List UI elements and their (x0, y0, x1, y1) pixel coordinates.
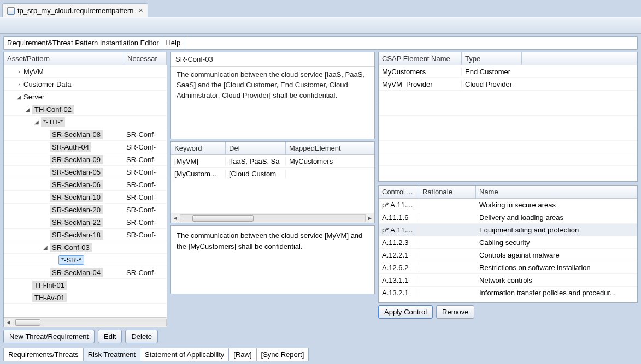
control-cell: A.12.2.1 (379, 251, 419, 259)
ctl-h3[interactable]: Name (476, 186, 637, 198)
control-cell: Working in secure areas (476, 201, 637, 209)
control-row[interactable]: A.12.6.2Restrictions on software install… (379, 261, 637, 274)
tree-row[interactable]: ◢Server (4, 91, 167, 103)
bottom-tab[interactable]: Requirements/Threats (3, 348, 84, 361)
csap-row[interactable]: MyVM_ProviderCloud Provider (379, 78, 637, 91)
control-row[interactable]: A.11.2.3Cabling security (379, 236, 637, 249)
csap-h1[interactable]: CSAP Element Name (379, 52, 462, 65)
csap-cell: End Customer (462, 68, 637, 76)
tree-row[interactable]: ◢*-TH-* (4, 116, 167, 128)
bottom-tab[interactable]: Risk Treatment (83, 348, 140, 361)
tree-row[interactable]: SR-SecMan-04SR-Conf- (4, 266, 167, 279)
control-row[interactable]: A.13.1.1Network controls (379, 274, 637, 287)
tree-row[interactable]: ◢SR-Conf-03 (4, 241, 167, 254)
csap-row[interactable]: MyCustomersEnd Customer (379, 65, 637, 78)
scroll-left-icon[interactable]: ◄ (171, 215, 180, 221)
twist-icon[interactable]: ◢ (16, 94, 22, 100)
tree-row[interactable]: SR-SecMan-08SR-Conf- (4, 128, 167, 141)
kw-h2[interactable]: Def (226, 142, 286, 154)
editor-tab[interactable]: tp_srp_my_cloud.requirementpattern ✕ (2, 3, 148, 17)
tree-col2: SR-Conf- (124, 218, 167, 226)
tree-hscroll[interactable]: ◄ (4, 317, 167, 327)
tree-row[interactable]: TH-Av-01 (4, 291, 167, 304)
bottom-tab[interactable]: [Raw] (228, 348, 256, 361)
middle-column: SR-Conf-03 The communication between the… (170, 52, 375, 343)
document-icon (7, 7, 15, 15)
new-threat-button[interactable]: New Threat/Requirement (3, 330, 95, 343)
kw-h3[interactable]: MappedElement (286, 142, 374, 154)
tree-col2: SR-Conf- (124, 193, 167, 201)
tree-col2: SR-Conf- (124, 156, 167, 164)
tree-row[interactable]: ›MyVM (4, 65, 167, 78)
tree-node-label: SR-SecMan-06 (50, 180, 103, 189)
scroll-track[interactable] (180, 214, 366, 222)
toolbar-strip (0, 17, 641, 34)
close-icon[interactable]: ✕ (138, 7, 143, 14)
csap-h2[interactable]: Type (462, 52, 522, 65)
scroll-thumb[interactable] (192, 215, 254, 222)
tree-header-necessary[interactable]: Necessar (124, 52, 167, 65)
tree-row[interactable]: SR-SecMan-09SR-Conf- (4, 153, 167, 166)
scroll-track[interactable] (13, 319, 167, 326)
ctl-h1[interactable]: Control ... (379, 186, 419, 198)
kw-header: Keyword Def MappedElement (171, 142, 374, 155)
tree-row[interactable]: SR-Auth-04SR-Conf- (4, 141, 167, 153)
scroll-thumb[interactable] (15, 319, 40, 326)
ctl-h2[interactable]: Rationale (419, 186, 476, 198)
tree-header-asset[interactable]: Asset/Pattern (4, 52, 124, 65)
tree-row[interactable]: ◢TH-Conf-02 (4, 103, 167, 116)
control-cell: Information security requirements analys… (476, 301, 637, 303)
tree-row[interactable]: *-SR-* (4, 254, 167, 266)
remove-button[interactable]: Remove (436, 305, 474, 319)
csap-body[interactable]: MyCustomersEnd CustomerMyVM_ProviderClou… (379, 65, 637, 181)
tree-row[interactable]: SR-SecMan-10SR-Conf- (4, 191, 167, 204)
csap-h3[interactable] (522, 52, 637, 65)
tree-row[interactable]: SR-SecMan-05SR-Conf- (4, 166, 167, 178)
tree-header: Asset/Pattern Necessar (4, 52, 167, 65)
apply-control-button[interactable]: Apply Control (378, 305, 433, 319)
control-cell: Controls against malware (476, 251, 637, 259)
control-cell: Cabling security (476, 238, 637, 247)
control-cell: Restrictions on software installation (476, 264, 637, 272)
tree-body[interactable]: ›MyVM›Customer Data◢Server◢TH-Conf-02◢*-… (4, 65, 167, 317)
kw-hscroll[interactable]: ◄ ► (171, 213, 374, 223)
kw-body[interactable]: [MyVM][IaaS, PaaS, SaMyCustomers[MyCusto… (171, 155, 374, 180)
tree-node-label: SR-SecMan-09 (50, 155, 103, 164)
right-column: CSAP Element Name Type MyCustomersEnd Cu… (378, 52, 638, 343)
scroll-left-icon[interactable]: ◄ (4, 319, 13, 325)
tree-row[interactable]: ›Customer Data (4, 78, 167, 91)
menu-bar: Requirement&Threat Pattern Instantiation… (3, 36, 638, 50)
tree-row[interactable]: SR-SecMan-22SR-Conf- (4, 216, 167, 229)
control-row[interactable]: p* A.11....Working in secure areas (379, 199, 637, 211)
ctl-body[interactable]: p* A.11....Working in secure areasA.11.1… (379, 199, 637, 302)
control-row[interactable]: A.13.2.1Information transfer policies an… (379, 287, 637, 299)
bottom-tab[interactable]: Statement of Applicability (140, 348, 229, 361)
twist-icon[interactable]: › (16, 69, 22, 75)
twist-icon[interactable]: ◢ (42, 244, 49, 250)
menu-help[interactable]: Help (162, 37, 184, 49)
control-row[interactable]: A.11.1.6Delivery and loading areas (379, 211, 637, 224)
tree-row[interactable]: SR-SecMan-06SR-Conf- (4, 178, 167, 191)
scroll-right-icon[interactable]: ► (366, 215, 374, 221)
control-row[interactable]: A.14.1.1Information security requirement… (379, 299, 637, 302)
kw-row[interactable]: [MyCustom...[Cloud Custom (171, 168, 374, 180)
tree-row[interactable]: TH-Int-01 (4, 279, 167, 291)
editor-tab-bar: tp_srp_my_cloud.requirementpattern ✕ (0, 0, 641, 17)
tree-row[interactable]: SR-SecMan-18SR-Conf- (4, 229, 167, 241)
tree-col2: SR-Conf- (124, 181, 167, 189)
menu-main[interactable]: Requirement&Threat Pattern Instantiation… (4, 37, 162, 49)
bottom-tab[interactable]: [Sync Report] (256, 348, 309, 361)
twist-icon[interactable]: ◢ (33, 119, 40, 125)
csap-cell: MyVM_Provider (379, 80, 462, 88)
kw-row[interactable]: [MyVM][IaaS, PaaS, SaMyCustomers (171, 155, 374, 168)
control-row[interactable]: A.12.2.1Controls against malware (379, 249, 637, 261)
control-row[interactable]: p* A.11....Equipment siting and protecti… (379, 224, 637, 236)
tree-row[interactable]: SR-SecMan-20SR-Conf- (4, 204, 167, 216)
delete-button[interactable]: Delete (125, 330, 158, 343)
control-cell: Network controls (476, 276, 637, 284)
twist-icon[interactable]: › (16, 81, 22, 87)
twist-icon[interactable]: ◢ (25, 106, 31, 112)
kw-h1[interactable]: Keyword (171, 142, 226, 154)
tree-node-label: SR-SecMan-20 (50, 205, 103, 214)
edit-button[interactable]: Edit (98, 330, 122, 343)
